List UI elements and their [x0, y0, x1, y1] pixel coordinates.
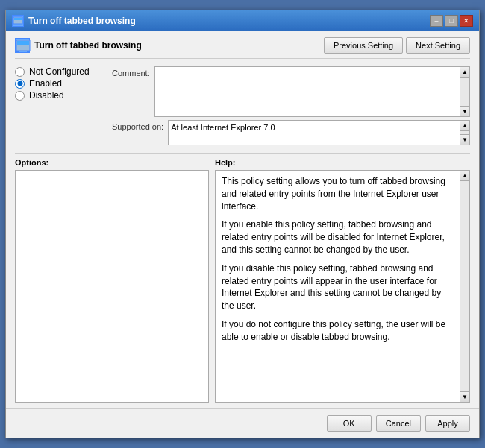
comment-scroll-down[interactable]: ▼: [460, 106, 469, 116]
comment-scrollbar: ▲ ▼: [460, 66, 470, 117]
radio-input-enabled[interactable]: [15, 79, 25, 89]
comment-row: Comment: ▲ ▼: [112, 66, 470, 117]
supported-row: Supported on: At least Internet Explorer…: [112, 120, 470, 145]
previous-setting-button[interactable]: Previous Setting: [324, 37, 403, 54]
title-controls: – □ ✕: [430, 15, 473, 27]
help-paragraph-4: If you do not configure this policy sett…: [222, 318, 456, 344]
maximize-button[interactable]: □: [445, 15, 458, 27]
svg-rect-6: [16, 51, 19, 53]
title-bar-left: Turn off tabbed browsing: [12, 15, 136, 27]
help-panel: Help: This policy setting allows you to …: [215, 158, 470, 403]
minimize-button[interactable]: –: [430, 15, 443, 27]
help-box: This policy setting allows you to turn o…: [215, 170, 470, 403]
svg-rect-7: [27, 51, 30, 53]
radio-input-disabled[interactable]: [15, 91, 25, 101]
svg-rect-5: [17, 41, 29, 45]
next-setting-button[interactable]: Next Setting: [406, 37, 470, 54]
dialog-window: Turn off tabbed browsing – □ ✕ Turn off: [5, 10, 480, 438]
dialog-title: Turn off tabbed browsing: [34, 40, 142, 51]
help-paragraph-1: This policy setting allows you to turn o…: [222, 175, 456, 212]
radio-disabled[interactable]: Disabled: [15, 90, 104, 101]
radio-not-configured[interactable]: Not Configured: [15, 66, 104, 77]
top-bar-title: Turn off tabbed browsing: [15, 38, 142, 53]
options-help-section: Options: Help: This policy setting allow…: [15, 153, 470, 403]
radio-label-enabled: Enabled: [29, 78, 62, 89]
options-box: [15, 170, 209, 403]
title-text: Turn off tabbed browsing: [28, 16, 136, 26]
supported-label: Supported on:: [112, 120, 163, 131]
right-upper: Comment: ▲ ▼ Supported on: At least: [112, 66, 470, 145]
supported-scroll-up[interactable]: ▲: [460, 121, 469, 131]
help-scroll-up[interactable]: ▲: [460, 171, 469, 181]
radio-input-not-configured[interactable]: [15, 67, 25, 77]
help-scroll-down[interactable]: ▼: [460, 391, 469, 402]
supported-scrollbar: ▲ ▼: [460, 120, 470, 145]
bottom-bar: OK Cancel Apply: [6, 408, 479, 438]
nav-buttons: Previous Setting Next Setting: [324, 37, 470, 54]
help-scrollbar: ▲ ▼: [460, 170, 470, 403]
top-bar: Turn off tabbed browsing Previous Settin…: [15, 37, 470, 59]
radio-section: Not Configured Enabled Disabled: [15, 66, 104, 145]
ok-button[interactable]: OK: [327, 415, 372, 432]
cancel-button[interactable]: Cancel: [376, 415, 421, 432]
main-content: Turn off tabbed browsing Previous Settin…: [6, 31, 479, 408]
comment-label: Comment:: [112, 66, 150, 78]
comment-wrapper: ▲ ▼: [154, 66, 470, 117]
help-paragraph-2: If you enable this policy setting, tabbe…: [222, 218, 456, 256]
upper-section: Not Configured Enabled Disabled Comment:: [15, 63, 470, 148]
options-label: Options:: [15, 158, 209, 167]
supported-wrapper: At least Internet Explorer 7.0 ▲ ▼: [168, 120, 470, 145]
supported-scroll-down[interactable]: ▼: [460, 134, 469, 145]
options-panel: Options:: [15, 158, 209, 403]
radio-label-not-configured: Not Configured: [29, 66, 90, 77]
apply-button[interactable]: Apply: [425, 415, 470, 432]
help-paragraph-3: If you disable this policy setting, tabb…: [222, 262, 456, 312]
window-icon: [12, 15, 24, 27]
help-label: Help:: [215, 158, 470, 167]
title-bar: Turn off tabbed browsing – □ ✕: [6, 10, 479, 31]
svg-rect-1: [14, 18, 22, 20]
svg-rect-3: [20, 25, 22, 25]
comment-scroll-up[interactable]: ▲: [460, 67, 469, 78]
help-box-wrapper: This policy setting allows you to turn o…: [215, 170, 470, 403]
policy-icon: [15, 38, 30, 53]
supported-text: At least Internet Explorer 7.0: [168, 120, 460, 145]
radio-label-disabled: Disabled: [29, 90, 64, 101]
close-button[interactable]: ✕: [460, 15, 473, 27]
comment-textarea[interactable]: [154, 66, 460, 117]
svg-rect-2: [13, 25, 16, 25]
radio-enabled[interactable]: Enabled: [15, 78, 104, 89]
